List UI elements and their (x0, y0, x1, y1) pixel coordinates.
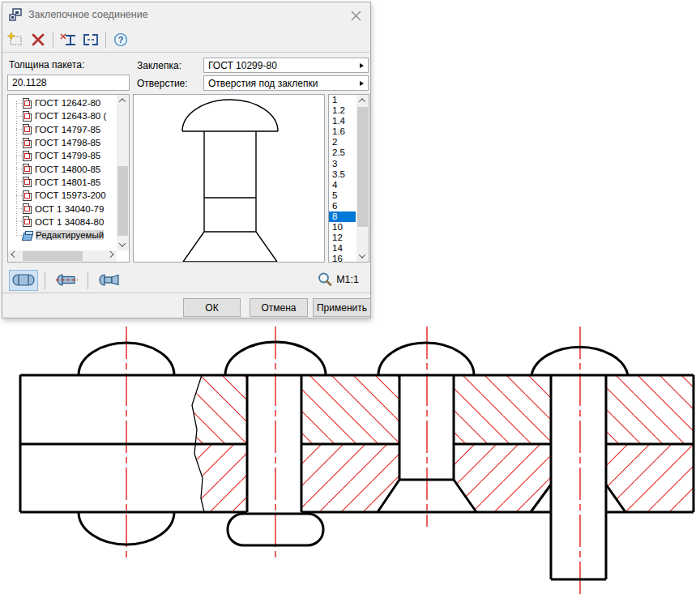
size-listbox[interactable]: 1 1.2 1.4 1.6 2 2.5 3 3.5 4 5 6 8 10 12 … (328, 94, 369, 263)
rivet-connection-dialog: Заклепочное соединение (2, 2, 371, 318)
document-icon (23, 203, 32, 214)
scale-label: М1:1 (336, 274, 359, 285)
size-item[interactable]: 2 (329, 137, 356, 147)
size-item[interactable]: 6 (329, 201, 356, 211)
scroll-thumb[interactable] (23, 251, 83, 261)
rivet-combo[interactable]: ГОСТ 10299-80 (203, 58, 369, 73)
rivet-label: Заклепка: (137, 60, 181, 71)
list-item[interactable]: ГОСТ 12642-80 (8, 96, 115, 109)
document-icon (23, 216, 32, 227)
list-item[interactable]: ОСТ 1 34040-79 (8, 202, 115, 215)
list-item[interactable]: ГОСТ 14801-85 (8, 176, 115, 189)
thickness-label: Толщина пакета: (9, 59, 84, 70)
document-icon (23, 111, 32, 122)
close-icon[interactable] (349, 9, 362, 22)
list-item-selected[interactable]: Редактируемый (8, 229, 115, 241)
size-item[interactable]: 2.5 (329, 147, 356, 158)
scroll-thumb[interactable] (357, 107, 368, 227)
rivet-simplified-view-button[interactable] (52, 270, 81, 291)
rivet-combo-value: ГОСТ 10299-80 (208, 60, 356, 71)
document-icon (23, 151, 32, 161)
size-vscrollbar[interactable] (356, 95, 369, 262)
ok-button[interactable]: ОК (183, 298, 241, 317)
list-item[interactable]: ГОСТ 14799-85 (8, 149, 115, 162)
size-item[interactable]: 3 (329, 159, 356, 169)
apply-button[interactable]: Применить (313, 298, 371, 317)
standards-tree: ГОСТ 12642-80 ГОСТ 12643-80 ( ГОСТ 14797… (8, 96, 115, 241)
size-item[interactable]: 5 (329, 190, 356, 201)
document-icon (23, 164, 32, 174)
size-item[interactable]: 1.6 (329, 126, 356, 137)
size-item[interactable]: 4 (329, 180, 356, 190)
dialog-toolbar: ? (6, 28, 130, 51)
size-item[interactable]: 10 (329, 222, 356, 233)
size-item[interactable]: 12 (329, 233, 356, 243)
thickness-input[interactable]: 20.1128 (7, 75, 130, 91)
toolbar-separator (105, 32, 106, 48)
list-item[interactable]: ГОСТ 14800-85 (8, 162, 115, 175)
size-item[interactable]: 16 (329, 254, 356, 263)
rivet-preview-drawing (134, 95, 324, 262)
scroll-thumb[interactable] (117, 166, 128, 236)
rivet-countersunk-view-button[interactable] (95, 270, 124, 291)
toolbar-divider (2, 52, 370, 53)
combo-arrow-icon[interactable] (360, 81, 364, 86)
standards-listbox[interactable]: ГОСТ 12642-80 ГОСТ 12643-80 ( ГОСТ 14797… (7, 94, 130, 263)
rivet-both-heads-view-button[interactable] (9, 270, 38, 291)
help-icon[interactable]: ? (111, 30, 130, 49)
list-item[interactable]: ГОСТ 15973-200 (8, 189, 115, 202)
toolbar-separator (88, 271, 88, 289)
size-item[interactable]: 1.4 (329, 116, 356, 126)
size-item[interactable]: 3.5 (329, 169, 356, 180)
list-item[interactable]: ОСТ 1 34084-80 (8, 216, 115, 229)
list-item[interactable]: ГОСТ 14797-85 (8, 123, 115, 136)
dialog-title: Заклепочное соединение (28, 9, 148, 20)
list-item[interactable]: ГОСТ 12643-80 ( (8, 109, 115, 122)
hole-label: Отверстие: (137, 78, 188, 89)
document-icon (23, 190, 32, 201)
size-item[interactable]: 14 (329, 243, 356, 254)
document-icon (23, 124, 32, 135)
document-icon (23, 98, 32, 109)
edit-table-icon[interactable] (81, 30, 100, 49)
document-icon (23, 177, 32, 187)
cancel-button[interactable]: Отмена (250, 298, 308, 317)
size-item[interactable]: 1 (329, 95, 356, 105)
app-window: Заклепочное соединение (0, 0, 700, 598)
combo-arrow-icon[interactable] (360, 63, 364, 68)
hole-combo[interactable]: Отверстия под заклепки (203, 75, 369, 91)
dialog-buttons: ОК Отмена Применить (2, 293, 370, 319)
list-hscrollbar[interactable] (8, 250, 117, 262)
hole-combo-value: Отверстия под заклепки (208, 78, 356, 89)
delete-icon[interactable] (28, 30, 48, 49)
titlebar[interactable]: Заклепочное соединение (2, 2, 370, 27)
list-item[interactable]: ГОСТ 14798-85 (8, 136, 115, 149)
size-item-selected[interactable]: 8 (329, 211, 356, 222)
new-object-icon[interactable] (6, 30, 25, 49)
rivet-app-icon (9, 8, 23, 21)
scale-indicator: М1:1 (318, 272, 359, 287)
rivet-preview (133, 94, 325, 263)
view-type-toolbar (9, 269, 124, 292)
magnifier-icon[interactable] (318, 272, 332, 287)
editable-icon (23, 230, 32, 241)
hatch-top-plate (192, 375, 694, 444)
toolbar-separator (53, 32, 53, 48)
size-item[interactable]: 1.2 (329, 105, 356, 116)
document-icon (23, 138, 32, 148)
create-axis-icon[interactable] (58, 30, 78, 49)
svg-text:?: ? (118, 35, 124, 45)
list-vscrollbar[interactable] (117, 95, 129, 250)
toolbar-separator (45, 271, 45, 289)
